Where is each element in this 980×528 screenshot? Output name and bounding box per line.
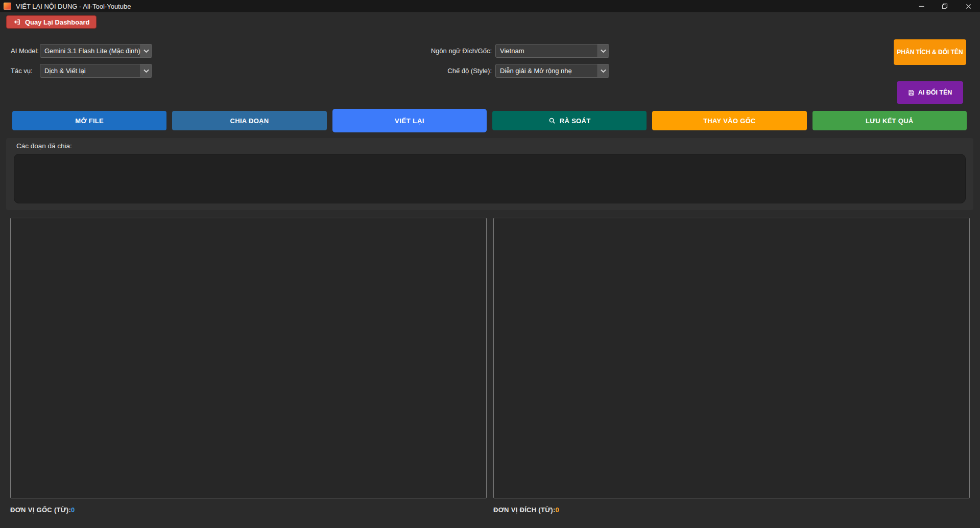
analyze-rename-button[interactable]: PHÂN TÍCH & ĐỔI TÊN: [894, 39, 966, 65]
replace-original-button[interactable]: THAY VÀO GỐC: [652, 111, 806, 130]
target-count-value: 0: [556, 506, 560, 514]
open-file-button[interactable]: MỞ FILE: [12, 111, 166, 130]
close-icon: [966, 4, 971, 9]
window-controls: [910, 0, 980, 12]
chevron-down-icon[interactable]: [597, 44, 609, 57]
actions-row: MỞ FILE CHIA ĐOẠN VIẾT LẠI RÀ SOÁT THAY …: [12, 109, 967, 132]
restore-icon: [942, 3, 948, 9]
save-icon: [908, 89, 915, 96]
style-label: Chế độ (Style):: [415, 64, 492, 78]
source-count-value: 0: [71, 506, 75, 514]
analyze-rename-label: PHÂN TÍCH & ĐỔI TÊN: [897, 49, 963, 56]
review-label: RÀ SOÁT: [560, 117, 591, 125]
segments-label: Các đoạn đã chia:: [16, 142, 72, 150]
language-select[interactable]: Vietnam: [495, 44, 609, 58]
source-count-label: ĐƠN VỊ GỐC (TỪ):: [10, 506, 71, 514]
target-editor[interactable]: [493, 218, 970, 498]
style-select[interactable]: Diễn giải & Mở rộng nhẹ: [495, 64, 609, 78]
ai-model-label: AI Model:: [11, 44, 39, 58]
ai-model-value: Gemini 3.1 Flash Lite (Mặc định): [40, 47, 140, 55]
review-button[interactable]: RÀ SOÁT: [492, 111, 647, 130]
task-value: Dịch & Viết lại: [40, 67, 140, 75]
save-result-label: LƯU KẾT QUẢ: [866, 117, 914, 125]
minimize-icon: [919, 4, 924, 9]
maximize-button[interactable]: [933, 0, 957, 12]
split-label: CHIA ĐOẠN: [230, 117, 269, 125]
rewrite-label: VIẾT LẠI: [395, 117, 424, 125]
target-count-label: ĐƠN VỊ ĐÍCH (TỪ):: [493, 506, 556, 514]
ai-rename-label: AI ĐỔI TÊN: [918, 89, 952, 96]
back-dashboard-button[interactable]: Quay Lại Dashboard: [6, 15, 97, 29]
back-label: Quay Lại Dashboard: [25, 18, 89, 26]
segments-panel: Các đoạn đã chia:: [6, 138, 973, 210]
rewrite-button[interactable]: VIẾT LẠI: [332, 109, 487, 132]
task-label: Tác vụ:: [11, 64, 33, 78]
language-label: Ngôn ngữ Đích/Gốc:: [415, 44, 492, 58]
open-file-label: MỞ FILE: [75, 117, 104, 125]
app-icon: [4, 3, 11, 10]
source-word-count: ĐƠN VỊ GỐC (TỪ):0: [10, 506, 75, 514]
back-icon: [13, 18, 21, 26]
target-word-count: ĐƠN VỊ ĐÍCH (TỪ):0: [493, 506, 559, 514]
split-paragraphs-button[interactable]: CHIA ĐOẠN: [172, 111, 326, 130]
chevron-down-icon[interactable]: [140, 64, 152, 77]
replace-label: THAY VÀO GỐC: [703, 117, 756, 125]
task-select[interactable]: Dịch & Viết lại: [40, 64, 152, 78]
chevron-down-icon[interactable]: [140, 44, 152, 57]
search-icon: [548, 117, 556, 124]
segments-list: [14, 154, 966, 203]
ai-model-select[interactable]: Gemini 3.1 Flash Lite (Mặc định): [40, 44, 152, 58]
window-title: VIẾT LẠI NỘI DUNG - All-Tool-Youtube: [16, 3, 131, 10]
ai-rename-button[interactable]: AI ĐỔI TÊN: [897, 81, 963, 104]
close-button[interactable]: [957, 0, 980, 12]
source-editor[interactable]: [10, 218, 487, 498]
style-value: Diễn giải & Mở rộng nhẹ: [496, 67, 597, 75]
chevron-down-icon[interactable]: [597, 64, 609, 77]
save-result-button[interactable]: LƯU KẾT QUẢ: [812, 111, 967, 130]
minimize-button[interactable]: [910, 0, 933, 12]
app-window: VIẾT LẠI NỘI DUNG - All-Tool-Youtube Qua…: [0, 0, 980, 528]
window-titlebar: VIẾT LẠI NỘI DUNG - All-Tool-Youtube: [0, 0, 980, 12]
language-value: Vietnam: [496, 47, 597, 55]
